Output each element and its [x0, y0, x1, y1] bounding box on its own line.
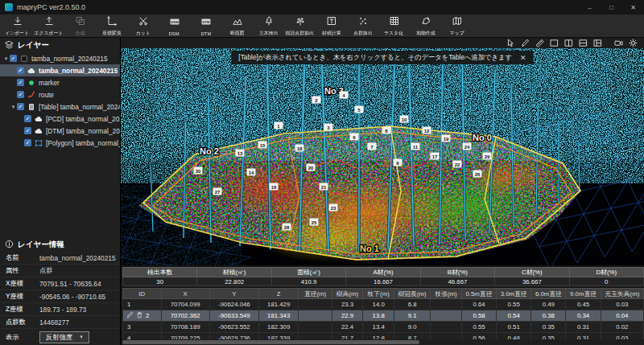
svg-text:22: 22	[455, 162, 460, 167]
column-header[interactable]: 6.0m直径	[531, 289, 566, 299]
layer-checkbox[interactable]: ✓	[17, 67, 24, 74]
tree-table-row[interactable]: 370708.189-90623.552182.30922.413.49.00.…	[123, 322, 644, 333]
toolbar-label: 地物作成	[416, 30, 436, 36]
layer-label: tamba_normal_20240215	[31, 55, 108, 63]
tree-table-row[interactable]: 470709.225-90629.736182.33921.712.88.70.…	[123, 333, 644, 340]
point-extract-icon	[358, 14, 368, 29]
svg-text:23: 23	[331, 206, 336, 211]
layout-hsplit-icon[interactable]	[579, 39, 588, 47]
toolbar-dsm[interactable]: DSMDSM	[159, 14, 190, 37]
map-icon	[452, 14, 462, 29]
svg-text:29: 29	[485, 154, 490, 159]
column-header[interactable]: Z	[259, 289, 299, 299]
toolbar-label: DSM	[169, 31, 180, 35]
minimize-button[interactable]: –	[579, 0, 601, 14]
viewport-3d[interactable]: No 3No 0No 2No 1123456789101112131415161…	[121, 48, 644, 265]
info-row: 名前tamba_normal_20240215	[0, 252, 120, 265]
layer-checkbox[interactable]: ✓	[17, 91, 24, 98]
layer-item[interactable]: ✓[PCD] tamba_normal_202402	[0, 113, 120, 125]
column-header[interactable]: 9.0m直径	[566, 289, 601, 299]
cloud-icon	[27, 67, 36, 75]
svg-text:14: 14	[249, 170, 254, 175]
layout-vsplit-icon[interactable]	[564, 39, 573, 47]
toolbar-label: ラスタ化	[385, 30, 404, 36]
column-header[interactable]: 3.0m直径	[497, 289, 531, 299]
layer-item[interactable]: ✓tamba_normal_20240215	[0, 64, 120, 76]
column-header[interactable]: Y	[209, 289, 258, 299]
layer-checkbox[interactable]: ✓	[24, 139, 31, 146]
toolbar-crown-extract[interactable]: 樹冠点群抽出	[284, 14, 316, 37]
toolbar-label: 合成	[76, 30, 85, 36]
toolbar-feature[interactable]: 地物作成	[410, 14, 441, 37]
toolbar-section[interactable]: 断面図	[221, 14, 253, 37]
layout-quad-icon[interactable]	[593, 39, 602, 47]
measure-icon[interactable]	[535, 39, 544, 47]
summary-value: 410.9	[271, 277, 345, 286]
maximize-button[interactable]: □	[601, 0, 622, 14]
layer-checkbox[interactable]: ✓	[10, 55, 17, 62]
layout-single-icon[interactable]	[550, 39, 559, 47]
toolbar-transform[interactable]: 座標変換	[96, 14, 127, 37]
edit-row-icon[interactable]	[126, 311, 134, 320]
svg-text:20: 20	[308, 166, 314, 170]
toolbar-import[interactable]: インポート	[2, 14, 33, 37]
layer-item[interactable]: ▾✓tamba_normal_20240215	[0, 52, 120, 64]
toolbar-merge[interactable]: 合成	[64, 14, 96, 37]
layer-checkbox[interactable]: ✓	[17, 103, 24, 110]
layer-checkbox[interactable]: ✓	[17, 79, 24, 86]
layer-item[interactable]: ✓[DTM] tamba_normal_2024021	[0, 125, 120, 137]
delete-row-icon[interactable]	[136, 311, 143, 320]
layer-item[interactable]: ✓[Polygon] tamba_normal_20	[0, 137, 120, 149]
select-icon[interactable]	[506, 39, 515, 47]
layer-checkbox[interactable]: ✓	[24, 127, 31, 134]
expander-icon[interactable]: ▾	[10, 104, 17, 110]
transform-icon	[107, 14, 117, 29]
toolbar-rasterize[interactable]: ラスタ化	[378, 14, 410, 37]
svg-text:13: 13	[237, 151, 243, 156]
toolbar-label: エクスポート	[35, 30, 64, 36]
column-header[interactable]: X	[161, 289, 209, 299]
rasterize-icon	[390, 14, 399, 29]
record-icon[interactable]	[614, 39, 623, 47]
expander-icon[interactable]: ▾	[2, 55, 10, 62]
column-header[interactable]: 0.5m直径	[461, 289, 496, 299]
title-bar: mapryPC ver2.0.50.0 – □ ✕	[0, 0, 644, 14]
notification-text: [Table]が表示されているとき、木を右クリックすると、そのデータをTable…	[238, 53, 512, 62]
layer-checkbox[interactable]: ✓	[24, 115, 31, 122]
column-header[interactable]: 枝張(m)	[431, 289, 462, 299]
dataset-icon	[19, 55, 29, 63]
cloud-icon	[34, 127, 43, 135]
summary-header: 面積(㎡)	[271, 268, 345, 277]
column-header[interactable]: ID	[123, 289, 162, 299]
scrollbar-thumb[interactable]	[122, 340, 419, 344]
column-header[interactable]: 元玉矢高(m)	[601, 289, 643, 299]
toolbar-cut[interactable]: カット	[127, 14, 159, 37]
toolbar-export[interactable]: エクスポート	[33, 14, 64, 37]
display-mode-label: 表示	[6, 333, 39, 342]
tree-table-wrap: IDXYZ直径(m)樹高(m)枝下(m)樹冠長(m)枝張(m)0.5m直径3.0…	[122, 288, 644, 339]
tree-table-row[interactable]: 170704.099-90624.046181.42923.314.06.80.…	[123, 299, 644, 310]
toolbar-volume-calc[interactable]: 材積計算	[316, 14, 347, 37]
column-header[interactable]: 樹冠長(m)	[394, 289, 430, 299]
svg-text:18: 18	[297, 146, 303, 151]
settings-icon[interactable]	[629, 39, 638, 47]
layer-item[interactable]: ✓marker	[0, 76, 120, 88]
toolbar-dtm[interactable]: DTMDTM	[190, 14, 221, 37]
display-mode-select[interactable]: 反射強度▾	[39, 331, 89, 343]
draw-icon[interactable]	[521, 39, 530, 47]
column-header[interactable]: 直径(m)	[299, 289, 332, 299]
notification-close-icon[interactable]: ✕	[520, 54, 526, 62]
layer-tree: ▾✓tamba_normal_20240215✓tamba_normal_202…	[0, 52, 120, 149]
layer-item[interactable]: ✓route	[0, 88, 120, 101]
column-header[interactable]: 枝下(m)	[363, 289, 394, 299]
layer-item[interactable]: ▾✓[Table] tamba_normal_2024021	[0, 101, 120, 113]
tree-table-row[interactable]: 270702.362-90633.549181.34322.913.89.10.…	[123, 310, 644, 322]
toolbar-point-extract[interactable]: 点群抽出	[347, 14, 378, 37]
layers-panel-header: レイヤー	[0, 38, 120, 52]
dtm-icon: DTM	[201, 15, 211, 30]
toolbar-map[interactable]: マップ	[441, 14, 473, 37]
close-button[interactable]: ✕	[622, 0, 644, 14]
horizontal-scrollbar[interactable]	[122, 339, 644, 345]
column-header[interactable]: 樹高(m)	[332, 289, 363, 299]
toolbar-tree-detect[interactable]: 立木検出	[253, 14, 284, 37]
